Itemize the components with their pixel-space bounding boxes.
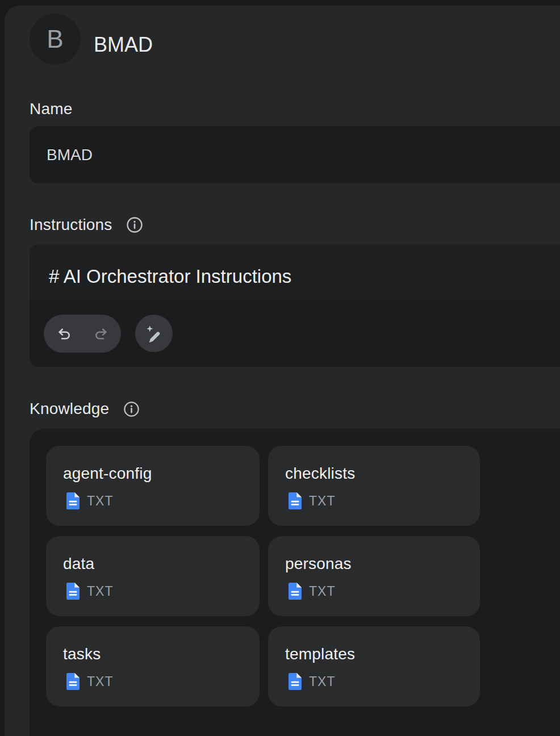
- gem-title: BMAD: [94, 32, 153, 57]
- file-type: TXT: [87, 584, 113, 599]
- file-type-row: TXT: [285, 583, 480, 600]
- name-label: Name: [30, 101, 73, 118]
- instructions-editor: # AI Orchestrator Instructions: [30, 244, 560, 367]
- knowledge-file-card[interactable]: templates TXT: [268, 626, 480, 706]
- file-name: personas: [285, 555, 480, 573]
- knowledge-file-card[interactable]: data TXT: [46, 536, 260, 616]
- file-type-row: TXT: [285, 492, 480, 509]
- file-type-row: TXT: [285, 673, 480, 690]
- knowledge-grid: agent-config TXT checklists: [46, 446, 480, 706]
- instructions-info-button[interactable]: [126, 216, 143, 233]
- knowledge-panel: agent-config TXT checklists: [30, 429, 560, 736]
- instructions-label: Instructions: [30, 216, 112, 233]
- file-type: TXT: [309, 584, 335, 599]
- txt-document-icon: [289, 492, 302, 509]
- file-type: TXT: [87, 674, 113, 689]
- redo-icon: [93, 325, 109, 342]
- file-type: TXT: [87, 494, 113, 509]
- file-name: agent-config: [63, 465, 260, 483]
- txt-document-icon: [289, 673, 302, 690]
- txt-document-icon: [66, 583, 80, 600]
- file-type: TXT: [309, 494, 335, 509]
- file-type: TXT: [309, 674, 335, 689]
- txt-document-icon: [66, 492, 80, 509]
- knowledge-label: Knowledge: [30, 400, 109, 417]
- gem-avatar: B: [30, 14, 81, 65]
- gem-editor-panel: B BMAD Name Instructions # AI Orchestrat…: [5, 6, 560, 736]
- gem-name-input[interactable]: [30, 126, 560, 183]
- info-icon: [123, 401, 140, 417]
- file-type-row: TXT: [63, 673, 260, 690]
- instructions-textarea[interactable]: # AI Orchestrator Instructions: [30, 244, 560, 300]
- gem-avatar-letter: B: [47, 25, 63, 53]
- knowledge-file-card[interactable]: agent-config TXT: [46, 446, 260, 526]
- magic-rewrite-button[interactable]: [135, 315, 173, 352]
- file-name: data: [63, 555, 260, 573]
- txt-document-icon: [66, 673, 80, 690]
- txt-document-icon: [289, 583, 302, 600]
- file-name: tasks: [63, 645, 260, 663]
- file-name: checklists: [285, 465, 480, 483]
- instructions-toolbar: [30, 300, 560, 367]
- knowledge-file-card[interactable]: tasks TXT: [46, 626, 260, 706]
- knowledge-file-card[interactable]: personas TXT: [268, 536, 480, 616]
- knowledge-info-button[interactable]: [123, 400, 140, 417]
- info-icon: [126, 216, 143, 233]
- undo-redo-group: [44, 315, 121, 353]
- undo-button[interactable]: [48, 315, 80, 353]
- file-type-row: TXT: [63, 583, 260, 600]
- redo-button[interactable]: [85, 315, 116, 353]
- magic-rewrite-icon: [144, 324, 164, 344]
- file-name: templates: [285, 645, 480, 663]
- undo-icon: [56, 325, 73, 342]
- knowledge-file-card[interactable]: checklists TXT: [268, 446, 480, 526]
- file-type-row: TXT: [63, 492, 260, 509]
